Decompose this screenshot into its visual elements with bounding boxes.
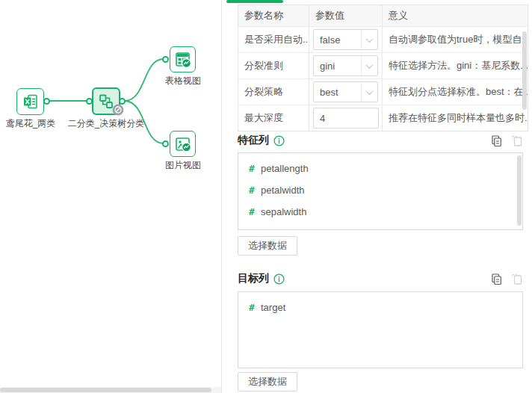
auto-tune-value: false — [314, 34, 361, 46]
param-row-max-depth: 最大深度 推荐在特征多同时样本量也多时... — [238, 105, 528, 131]
feature-select-data-button[interactable]: 选择数据 — [238, 236, 297, 256]
port-image-view-in[interactable] — [162, 140, 169, 147]
param-row-splitter: 分裂策略 best 特征划分点选择标准。best：在... — [238, 78, 528, 105]
chevron-down-icon — [361, 30, 377, 49]
feature-section-header: 特征列 — [238, 134, 523, 147]
feature-name: sepalwidth — [261, 206, 306, 217]
numeric-hash-icon: # — [249, 185, 261, 196]
header-param-value: 参数值 — [309, 5, 383, 26]
param-desc: 自动调参取值为true时，模型自... — [383, 27, 528, 52]
target-section-title: 目标列 — [238, 272, 269, 285]
prohibit-icon — [112, 104, 124, 116]
auto-tune-select[interactable]: false — [313, 29, 378, 50]
feature-section-title: 特征列 — [238, 134, 269, 147]
node-image-view[interactable] — [170, 131, 196, 157]
params-tab-active-indicator — [226, 0, 283, 3]
copy-icon[interactable] — [490, 273, 503, 285]
param-name: 最大深度 — [238, 105, 309, 131]
table-scrollbar-thumb[interactable] — [522, 31, 527, 110]
feature-list-scrollbar-thumb[interactable] — [517, 155, 522, 226]
target-column-list: # target — [238, 291, 523, 368]
splitter-value: best — [314, 87, 361, 98]
feature-name: petallength — [261, 163, 309, 174]
param-name: 是否采用自动... — [238, 27, 309, 52]
node-label-table-view: 表格视图 — [152, 75, 214, 87]
feature-list-item: # sepalwidth — [238, 201, 522, 223]
port-table-view-in[interactable] — [162, 56, 169, 63]
criterion-select[interactable]: gini — [313, 55, 378, 76]
port-dataset-out[interactable] — [43, 98, 50, 105]
numeric-hash-icon: # — [249, 228, 261, 230]
node-table-view[interactable] — [170, 46, 196, 72]
splitter-select[interactable]: best — [313, 81, 378, 102]
node-label-dataset: 鸢尾花_两类 — [0, 117, 61, 130]
header-param-meaning: 意义 — [383, 5, 528, 26]
criterion-value: gini — [314, 61, 361, 72]
port-model-in[interactable] — [86, 98, 93, 105]
copy-icon[interactable] — [490, 134, 503, 147]
info-icon[interactable] — [273, 273, 285, 285]
param-row-auto-tune: 是否采用自动... false 自动调参取值为true时，模型自... — [238, 26, 528, 52]
param-name: 分裂准则 — [238, 53, 309, 78]
param-desc: 特征选择方法。gini：基尼系数... — [383, 53, 528, 78]
numeric-hash-icon: # — [249, 206, 261, 217]
feature-name: petalwidth — [261, 185, 305, 196]
canvas-horizontal-scrollbar-thumb[interactable] — [0, 388, 211, 392]
parameter-table: 参数名称 参数值 意义 是否采用自动... false 自动调参取值为true时… — [238, 4, 528, 131]
node-dataset[interactable] — [16, 88, 44, 115]
chevron-down-icon — [361, 82, 377, 102]
node-label-decision-tree: 二分类_决策树分类 — [64, 117, 149, 130]
image-view-icon — [174, 135, 192, 153]
chevron-down-icon — [361, 56, 377, 75]
feature-name: sepallength — [261, 228, 311, 230]
target-select-data-button[interactable]: 选择数据 — [238, 372, 297, 392]
workflow-canvas[interactable]: 鸢尾花_两类 二分类_决策树分类 — [0, 0, 222, 393]
feature-list-item: # petalwidth — [238, 179, 522, 201]
paste-icon[interactable] — [510, 273, 523, 285]
target-list-item: # target — [238, 297, 522, 318]
feature-list-item: # petallength — [238, 158, 522, 179]
parameter-table-header: 参数名称 参数值 意义 — [238, 5, 528, 26]
numeric-hash-icon: # — [249, 163, 261, 174]
param-row-criterion: 分裂准则 gini 特征选择方法。gini：基尼系数... — [238, 52, 528, 78]
param-desc: 推荐在特征多同时样本量也多时... — [383, 105, 528, 131]
table-view-icon — [174, 51, 192, 69]
target-name: target — [261, 302, 285, 313]
param-name: 分裂策略 — [238, 79, 309, 105]
canvas-horizontal-scrollbar[interactable] — [0, 387, 221, 393]
info-icon[interactable] — [273, 135, 285, 146]
numeric-hash-icon: # — [249, 302, 261, 313]
param-desc: 特征划分点选择标准。best：在... — [383, 79, 528, 105]
excel-dataset-icon — [22, 93, 40, 111]
node-label-image-view: 图片视图 — [152, 159, 214, 172]
feature-list-item: # sepallength — [238, 223, 522, 230]
target-section-header: 目标列 — [238, 272, 523, 285]
not-run-status-badge — [112, 104, 124, 119]
feature-column-list: # petallength # petalwidth # sepalwidth … — [238, 152, 523, 230]
app-window: 鸢尾花_两类 二分类_决策树分类 — [0, 0, 532, 393]
header-param-name: 参数名称 — [238, 5, 309, 26]
paste-icon[interactable] — [510, 134, 523, 147]
max-depth-input[interactable] — [313, 108, 379, 129]
